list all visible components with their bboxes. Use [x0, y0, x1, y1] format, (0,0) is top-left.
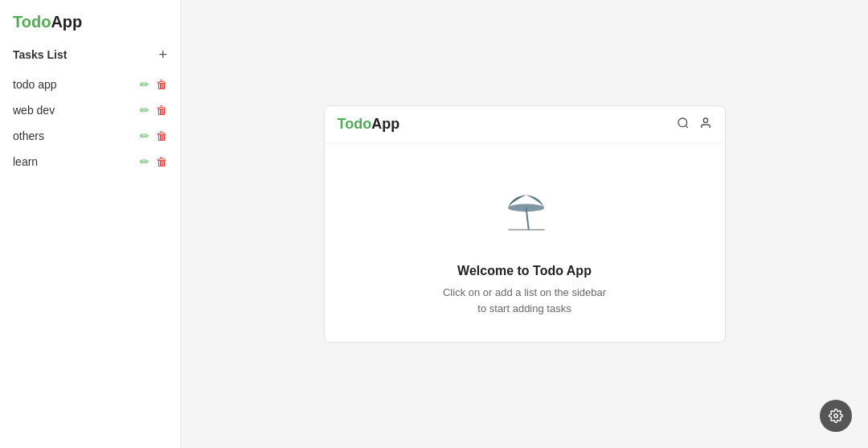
- beach-illustration: [493, 183, 557, 251]
- svg-point-0: [678, 118, 687, 127]
- edit-icon[interactable]: ✏: [140, 78, 149, 91]
- add-list-button[interactable]: +: [158, 47, 167, 62]
- list-item-actions: ✏ 🗑: [140, 155, 167, 168]
- sidebar-logo-green: Todo: [13, 13, 51, 31]
- card-header: Todo App: [325, 106, 725, 143]
- card-body: Welcome to Todo App Click on or add a li…: [443, 171, 606, 316]
- svg-point-2: [703, 118, 707, 122]
- list-item-label: learn: [13, 155, 140, 168]
- sidebar-logo-black: App: [51, 13, 82, 31]
- tasks-list-title: Tasks List: [13, 48, 67, 61]
- edit-icon[interactable]: ✏: [140, 129, 149, 142]
- welcome-title: Welcome to Todo App: [457, 264, 592, 278]
- settings-button[interactable]: [820, 400, 852, 432]
- list-item[interactable]: learn ✏ 🗑: [0, 149, 180, 175]
- list-item[interactable]: web dev ✏ 🗑: [0, 97, 180, 123]
- user-icon[interactable]: [699, 117, 712, 133]
- tasks-list-header: Tasks List +: [0, 47, 180, 72]
- list-item-actions: ✏ 🗑: [140, 104, 167, 117]
- list-item[interactable]: others ✏ 🗑: [0, 123, 180, 149]
- card-header-icons: [677, 117, 712, 133]
- delete-icon[interactable]: 🗑: [156, 155, 167, 168]
- welcome-line2: to start adding tasks: [477, 302, 571, 314]
- svg-line-1: [686, 125, 688, 128]
- welcome-card: Todo App: [324, 105, 726, 343]
- sidebar: Todo App Tasks List + todo app ✏ 🗑 web d…: [0, 0, 181, 448]
- welcome-subtitle: Click on or add a list on the sidebar to…: [443, 285, 606, 316]
- list-item-actions: ✏ 🗑: [140, 78, 167, 91]
- sidebar-logo: Todo App: [0, 13, 180, 47]
- welcome-line1: Click on or add a list on the sidebar: [443, 286, 606, 298]
- card-logo-green: Todo: [338, 116, 372, 133]
- card-logo: Todo App: [338, 116, 400, 133]
- list-item-label: others: [13, 129, 140, 142]
- search-icon[interactable]: [677, 117, 690, 133]
- list-items: todo app ✏ 🗑 web dev ✏ 🗑 others ✏ 🗑 lear…: [0, 72, 180, 175]
- list-item-label: todo app: [13, 78, 140, 91]
- delete-icon[interactable]: 🗑: [156, 104, 167, 117]
- list-item-label: web dev: [13, 104, 140, 117]
- list-item-actions: ✏ 🗑: [140, 129, 167, 142]
- svg-point-6: [834, 414, 838, 418]
- delete-icon[interactable]: 🗑: [156, 129, 167, 142]
- edit-icon[interactable]: ✏: [140, 155, 149, 168]
- main-content: Todo App: [181, 0, 868, 448]
- list-item[interactable]: todo app ✏ 🗑: [0, 72, 180, 97]
- card-logo-black: App: [371, 116, 399, 133]
- delete-icon[interactable]: 🗑: [156, 78, 167, 91]
- edit-icon[interactable]: ✏: [140, 104, 149, 117]
